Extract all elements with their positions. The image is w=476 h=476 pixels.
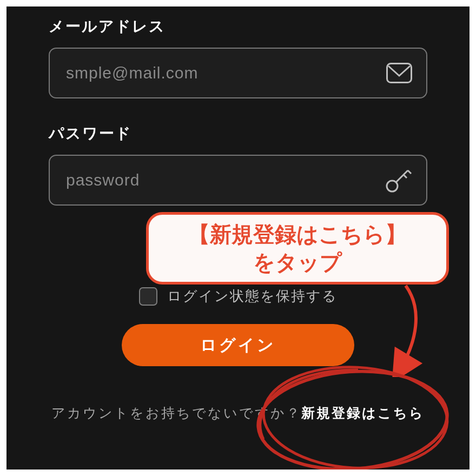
email-field-wrap[interactable] (49, 48, 427, 98)
mail-icon (386, 63, 412, 83)
signup-row: アカウントをお持ちでないですか？新規登録はこちら (49, 404, 427, 422)
annotation-callout: 【新規登録はこちら】 をタップ (146, 212, 449, 285)
svg-line-3 (408, 170, 411, 174)
remember-label: ログイン状態を保持する (167, 287, 338, 306)
password-input[interactable] (65, 170, 384, 190)
email-label: メールアドレス (49, 16, 427, 37)
password-label: パスワード (49, 123, 427, 144)
login-screen: メールアドレス パスワード (6, 6, 470, 470)
signup-link[interactable]: 新規登録はこちら (301, 405, 425, 420)
key-icon (384, 166, 412, 194)
signup-question: アカウントをお持ちでないですか？ (51, 405, 301, 420)
remember-checkbox[interactable] (139, 287, 157, 306)
email-input[interactable] (65, 63, 386, 83)
remember-row[interactable]: ログイン状態を保持する (49, 287, 427, 306)
svg-rect-0 (387, 64, 412, 83)
login-button[interactable]: ログイン (122, 324, 354, 366)
svg-line-4 (404, 175, 407, 178)
password-field-wrap[interactable] (49, 155, 427, 206)
